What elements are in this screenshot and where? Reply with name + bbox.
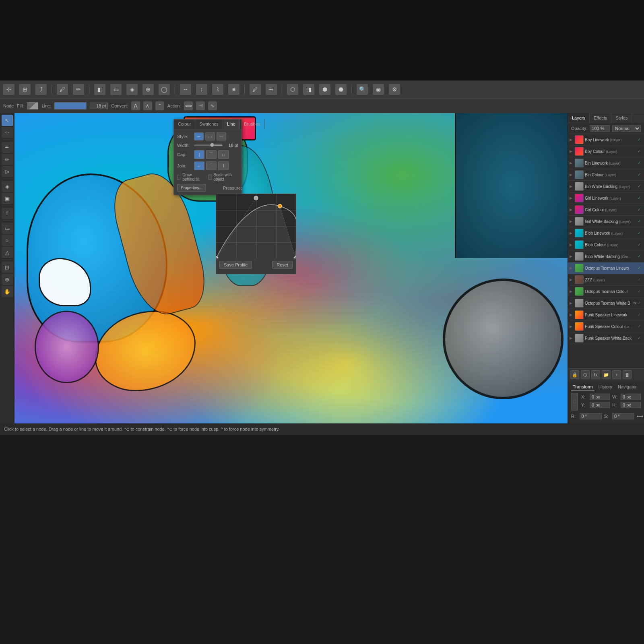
action-btn-2[interactable]: ⊣ xyxy=(196,101,205,110)
gradient-tool[interactable]: ▣ xyxy=(2,193,13,204)
link-transform-icon[interactable]: ⟷ xyxy=(637,414,641,419)
layer-bin-colour[interactable]: ▶ Bin Colour (Layer) ✓ xyxy=(568,169,644,181)
layer-octopus-linewo[interactable]: ▶ Octopus Taxman Linewo ✓ xyxy=(568,262,644,274)
node-tool[interactable]: ⊹ xyxy=(2,127,13,138)
layer-visibility[interactable]: ✓ xyxy=(638,161,642,165)
h-input[interactable] xyxy=(621,402,641,408)
polygon-tool[interactable]: △ xyxy=(2,247,13,258)
layer-girl-white-backing[interactable]: ▶ Girl White Backing (Layer) ✓ xyxy=(568,216,644,227)
place-icon[interactable]: ◧ xyxy=(94,84,105,95)
scale-with-object-checkbox[interactable] xyxy=(208,175,212,180)
draw-behind-fill-checkbox[interactable] xyxy=(177,175,181,180)
convert-btn-2[interactable]: ∧ xyxy=(143,101,152,110)
layer-boy-colour[interactable]: ▶ Boy Colour (Layer) ✓ xyxy=(568,146,644,157)
layer-visibility[interactable]: ✓ xyxy=(638,196,642,200)
grid-icon[interactable]: ⊞ xyxy=(19,84,31,95)
node-tool-icon[interactable]: ⊹ xyxy=(3,84,14,95)
export-icon[interactable]: ⬡ xyxy=(287,84,298,95)
text-tool[interactable]: T xyxy=(2,208,13,219)
paint-icon[interactable]: ⊸ xyxy=(266,84,277,95)
layer-visibility[interactable]: ✓ xyxy=(638,312,642,317)
add-folder-btn[interactable]: 📁 xyxy=(602,370,611,379)
layer-visibility[interactable]: ✓ xyxy=(638,242,642,247)
mask-icon[interactable]: ◨ xyxy=(303,84,314,95)
x-input[interactable] xyxy=(590,394,610,400)
tab-swatches[interactable]: Swatches xyxy=(195,120,223,129)
layer-visibility[interactable]: ✓ xyxy=(638,336,642,341)
crop-tool[interactable]: ⊡ xyxy=(2,262,13,273)
cap-round-btn[interactable]: ⌒ xyxy=(206,150,217,159)
pencil-tool[interactable]: ✏ xyxy=(2,154,13,165)
layer-bin-linework[interactable]: ▶ Bin Linework (Layer) ✓ xyxy=(568,157,644,169)
shape-icon[interactable]: ◈ xyxy=(126,84,138,95)
line-width-input[interactable] xyxy=(90,103,108,109)
rect-icon[interactable]: ▭ xyxy=(110,84,122,95)
join-round-btn[interactable]: ⌒ xyxy=(206,161,217,170)
transform-tab-transform[interactable]: Transform xyxy=(571,384,594,390)
canvas-area[interactable]: ROCK Colour Swatches Line Brushes Style:… xyxy=(14,113,568,423)
flip-h-icon[interactable]: ↔ xyxy=(180,84,191,95)
width-slider[interactable] xyxy=(194,144,223,146)
transform-tab-history[interactable]: History xyxy=(597,384,614,390)
brush-tool[interactable]: ⌲ xyxy=(2,166,13,177)
style-solid-btn[interactable]: ─ xyxy=(194,132,204,140)
fill-swatch[interactable] xyxy=(27,102,38,109)
convert-btn-1[interactable]: ⋀ xyxy=(131,101,140,110)
opacity-input[interactable] xyxy=(590,125,610,132)
pen-icon[interactable]: 🖊 xyxy=(250,84,261,95)
line-swatch[interactable] xyxy=(54,102,87,109)
warp-icon[interactable]: ⌇ xyxy=(212,84,223,95)
layer-visibility[interactable]: ✓ xyxy=(638,172,642,177)
rectangle-tool[interactable]: ▭ xyxy=(2,223,13,234)
layer-visibility[interactable]: ✓ xyxy=(638,254,642,259)
r-input[interactable] xyxy=(580,413,602,419)
ellipse-tool[interactable]: ○ xyxy=(2,235,13,246)
join-miter-btn[interactable]: ⌐ xyxy=(194,161,204,170)
w-input[interactable] xyxy=(621,394,641,400)
join-bevel-btn[interactable]: ⌇ xyxy=(218,161,229,170)
lock-layer-btn[interactable]: 🔒 xyxy=(570,370,579,379)
align-icon[interactable]: ≡ xyxy=(228,84,239,95)
pen-tool[interactable]: ✒ xyxy=(2,142,13,153)
layer-blob-linework[interactable]: ▶ Blob Linework (Layer) ✓ xyxy=(568,227,644,239)
layer-visibility[interactable]: ✓ xyxy=(638,231,642,235)
settings-icon[interactable]: ⚙ xyxy=(389,84,400,95)
layer-visibility[interactable]: ✓ xyxy=(638,219,642,224)
add-layer-btn[interactable]: + xyxy=(612,370,621,379)
layer-octopus-taxman-colour[interactable]: ▶ Octopus Taxman Colour ✓ xyxy=(568,286,644,297)
cap-square-btn[interactable]: □ xyxy=(218,150,229,159)
action-btn-1[interactable]: ⟺ xyxy=(184,101,193,110)
zoom-tool[interactable]: ⊕ xyxy=(2,274,13,285)
layer-girl-linework[interactable]: ▶ Girl Linework (Layer) ✓ xyxy=(568,192,644,204)
share-icon[interactable]: ⤴ xyxy=(35,84,47,95)
tab-layers[interactable]: Layers xyxy=(568,113,590,123)
convert-btn-3[interactable]: ⌃ xyxy=(155,101,164,110)
tab-styles[interactable]: Styles xyxy=(611,113,632,123)
layer-visibility[interactable]: ✓ xyxy=(638,266,642,270)
layer-punk-white-backing[interactable]: ▶ Punk Speaker White Back ✓ xyxy=(568,332,644,344)
delete-layer-btn[interactable]: 🗑 xyxy=(623,370,632,379)
fill-tool[interactable]: ◈ xyxy=(2,181,13,192)
merge-icon[interactable]: ⬢ xyxy=(319,84,330,95)
transform-icon[interactable]: ⊕ xyxy=(142,84,154,95)
s-input[interactable] xyxy=(612,413,634,419)
pencil-icon[interactable]: ✏ xyxy=(73,84,84,95)
layer-boy-linework[interactable]: ▶ Boy Linework (Layer) ✓ xyxy=(568,134,644,146)
persona-icon[interactable]: ◉ xyxy=(373,84,384,95)
tab-line[interactable]: Line xyxy=(223,120,240,129)
layer-visibility[interactable]: ✓ xyxy=(638,289,642,294)
tab-brushes[interactable]: Brushes xyxy=(240,120,264,129)
layer-blob-white-backing[interactable]: ▶ Blob White Backing (Gro... ✓ xyxy=(568,251,644,262)
layer-blob-colour[interactable]: ▶ Blob Colour (Layer) ✓ xyxy=(568,239,644,251)
layer-visibility[interactable]: ✓ xyxy=(638,137,642,142)
blend-mode-select[interactable]: Normal Multiply Screen Overlay xyxy=(612,125,641,132)
layer-punk-linework[interactable]: ▶ Punk Speaker Linework ✓ xyxy=(568,309,644,321)
style-dash-btn[interactable]: - - xyxy=(205,132,215,140)
layer-visibility[interactable]: ✓ xyxy=(638,207,642,212)
transform-tab-navigator[interactable]: Navigator xyxy=(616,384,638,390)
y-input[interactable] xyxy=(590,402,610,408)
layer-punk-colour[interactable]: ▶ Punk Speaker Colour (La... ✓ xyxy=(568,321,644,332)
layer-visibility[interactable]: ✓ xyxy=(638,277,642,282)
hand-tool[interactable]: ✋ xyxy=(2,286,13,297)
layer-bin-white-backing[interactable]: ▶ Bin White Backing (Layer) ✓ xyxy=(568,181,644,192)
